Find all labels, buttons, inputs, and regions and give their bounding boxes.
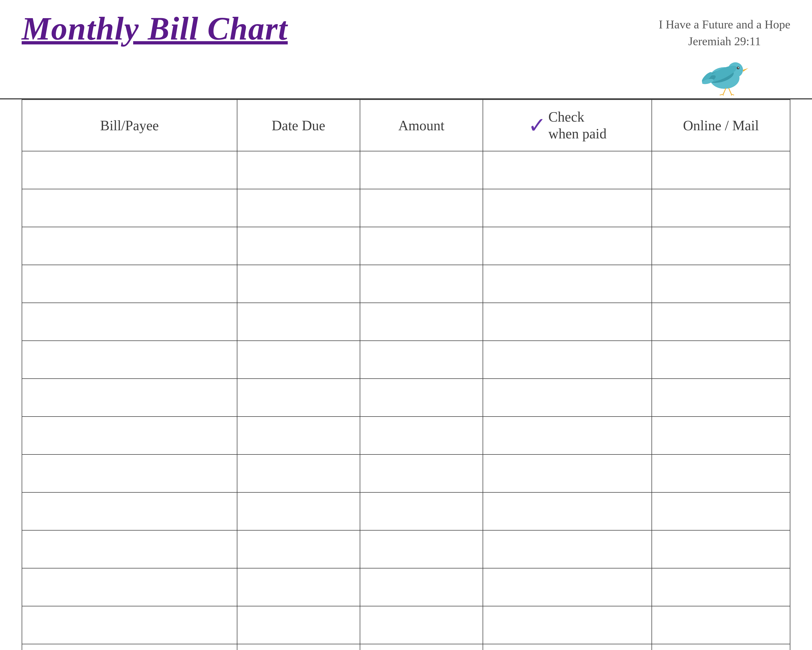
col-header-online: Online / Mail <box>652 99 790 151</box>
table-cell <box>483 644 652 650</box>
table-row <box>22 644 790 650</box>
table-cell <box>360 303 483 341</box>
table-cell <box>360 454 483 492</box>
table-cell <box>483 606 652 644</box>
table-cell <box>483 189 652 227</box>
table-cell <box>483 341 652 379</box>
table-row <box>22 568 790 606</box>
table-cell <box>483 303 652 341</box>
table-cell <box>237 454 360 492</box>
table-cell <box>483 265 652 303</box>
table-row <box>22 454 790 492</box>
table-cell <box>22 265 237 303</box>
table-cell <box>22 606 237 644</box>
table-cell <box>483 227 652 265</box>
col-header-amount: Amount <box>360 99 483 151</box>
table-cell <box>360 606 483 644</box>
svg-line-10 <box>723 88 726 94</box>
table-cell <box>360 492 483 530</box>
table-cell <box>483 416 652 454</box>
table-cell <box>22 492 237 530</box>
table-cell <box>22 189 237 227</box>
table-cell <box>237 151 360 189</box>
table-row <box>22 606 790 644</box>
table-row <box>22 379 790 416</box>
checkmark-icon: ✓ <box>528 115 546 136</box>
table-cell <box>360 416 483 454</box>
scripture-line2: Jeremiah 29:11 <box>688 35 761 48</box>
table-cell <box>360 227 483 265</box>
table-cell <box>360 341 483 379</box>
table-cell <box>237 492 360 530</box>
table-cell <box>22 644 237 650</box>
col-header-check: ✓ Checkwhen paid <box>483 99 652 151</box>
table-cell <box>22 303 237 341</box>
table-cell <box>22 568 237 606</box>
table-cell <box>652 151 790 189</box>
table-cell <box>360 530 483 568</box>
table-cell <box>22 416 237 454</box>
col-header-bill: Bill/Payee <box>22 99 237 151</box>
table-cell <box>483 151 652 189</box>
table-cell <box>652 568 790 606</box>
table-row <box>22 416 790 454</box>
table-cell <box>237 416 360 454</box>
page: Monthly Bill Chart I Have a Future and a… <box>0 0 812 650</box>
table-cell <box>237 606 360 644</box>
table-cell <box>360 265 483 303</box>
page-title: Monthly Bill Chart <box>21 11 288 47</box>
table-cell <box>483 454 652 492</box>
table-cell <box>360 151 483 189</box>
table-cell <box>237 379 360 416</box>
table-cell <box>360 379 483 416</box>
table-cell <box>22 379 237 416</box>
table-cell <box>237 530 360 568</box>
table-row <box>22 303 790 341</box>
scripture-text: I Have a Future and a Hope Jeremiah 29:1… <box>659 16 791 50</box>
table-cell <box>237 303 360 341</box>
table-cell <box>237 644 360 650</box>
table-cell <box>652 606 790 644</box>
table-row <box>22 492 790 530</box>
bill-table: Bill/Payee Date Due Amount ✓ Checkwhen p… <box>21 99 791 650</box>
table-cell <box>22 341 237 379</box>
table-cell <box>652 227 790 265</box>
table-row <box>22 530 790 568</box>
table-cell <box>652 416 790 454</box>
table-cell <box>652 644 790 650</box>
svg-line-12 <box>720 94 723 95</box>
table-row <box>22 265 790 303</box>
scripture-line1: I Have a Future and a Hope <box>659 18 791 31</box>
table-cell <box>652 492 790 530</box>
table-cell <box>652 454 790 492</box>
check-when-paid-text: Checkwhen paid <box>548 109 607 142</box>
table-cell <box>237 189 360 227</box>
table-cell <box>22 530 237 568</box>
table-cell <box>652 189 790 227</box>
table-cell <box>483 568 652 606</box>
table-cell <box>237 265 360 303</box>
header-right: I Have a Future and a Hope Jeremiah 29:1… <box>659 11 791 93</box>
table-cell <box>22 151 237 189</box>
table-header-row: Bill/Payee Date Due Amount ✓ Checkwhen p… <box>22 99 790 151</box>
table-cell <box>237 568 360 606</box>
table-cell <box>237 341 360 379</box>
table-cell <box>652 379 790 416</box>
table-cell <box>22 227 237 265</box>
table-row <box>22 151 790 189</box>
svg-marker-4 <box>743 68 748 72</box>
table-row <box>22 227 790 265</box>
col-header-date: Date Due <box>237 99 360 151</box>
table-cell <box>360 568 483 606</box>
title-block: Monthly Bill Chart <box>21 11 288 47</box>
table-cell <box>22 454 237 492</box>
header: Monthly Bill Chart I Have a Future and a… <box>0 0 812 99</box>
table-container: Bill/Payee Date Due Amount ✓ Checkwhen p… <box>0 99 812 650</box>
table-cell <box>652 530 790 568</box>
svg-point-3 <box>738 67 739 68</box>
svg-line-14 <box>731 94 734 95</box>
table-row <box>22 341 790 379</box>
table-cell <box>652 265 790 303</box>
table-cell <box>483 530 652 568</box>
table-cell <box>237 227 360 265</box>
